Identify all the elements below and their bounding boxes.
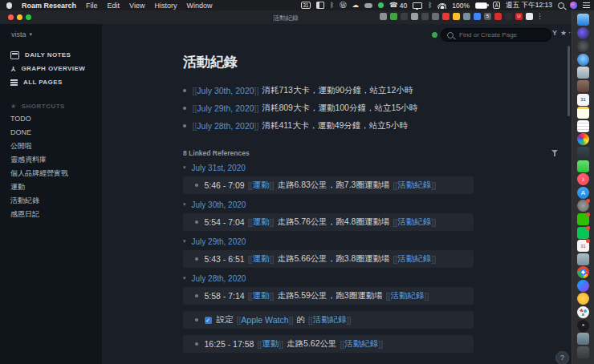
siri-icon[interactable] — [570, 2, 577, 9]
spotlight-icon[interactable] — [558, 2, 564, 9]
date-page-link[interactable]: July 28th, 2020 — [197, 121, 254, 131]
extensions-overflow-icon[interactable]: ⋮ — [536, 13, 543, 20]
widget-pill-icon[interactable] — [364, 3, 372, 8]
reference-block[interactable]: 16:25 - 17:58[[運動]]走路5.62公里[[活動紀錄]] — [183, 335, 474, 353]
date-link[interactable]: July 29th, 2020 — [192, 237, 246, 246]
collapse-triangle-icon[interactable]: ▾ — [183, 164, 186, 171]
calendar-date-icon[interactable]: 31 — [301, 2, 311, 9]
menu-file[interactable]: File — [86, 2, 98, 10]
bluetooth-icon-2[interactable]: ᛒ — [428, 2, 432, 9]
butterfly-app-icon[interactable] — [577, 293, 589, 305]
sidebar-item-graph-overview[interactable]: YGRAPH OVERVIEW — [0, 62, 102, 75]
search-box[interactable] — [441, 28, 551, 42]
star-icon[interactable]: ★ — [560, 30, 567, 37]
green-status-icon[interactable] — [378, 2, 384, 8]
page-link[interactable]: 運動 — [253, 180, 270, 191]
bullet-icon[interactable] — [195, 184, 198, 187]
shortcut-item[interactable]: 靈感資料庫 — [0, 153, 102, 167]
counter-extension-icon[interactable]: 5 — [484, 13, 491, 20]
bullet-icon[interactable] — [195, 294, 198, 297]
sidebar-item-daily-notes[interactable]: DAILY NOTES — [0, 48, 102, 62]
input-source-icon[interactable]: A — [493, 2, 500, 9]
menu-history[interactable]: History — [154, 2, 177, 10]
messages-icon[interactable] — [577, 160, 589, 172]
date-link[interactable]: July 30th, 2020 — [192, 200, 246, 209]
page-link[interactable]: 活動紀錄 — [397, 180, 431, 191]
date-link[interactable]: July 31st, 2020 — [192, 164, 246, 172]
shortcut-item[interactable]: 運動 — [0, 180, 102, 194]
siri-dock-icon[interactable] — [577, 27, 589, 39]
menu-view[interactable]: View — [129, 2, 144, 10]
calendar-app-icon[interactable]: 31 — [577, 94, 589, 106]
reference-block[interactable]: 5:58 - 7:14[[運動]]走路5.59公里，跑3圈運動場[[活動紀錄]] — [183, 287, 474, 305]
page-link[interactable]: 活動紀錄 — [344, 338, 378, 350]
checkbox-checked[interactable]: ✓ — [205, 317, 212, 324]
yellow-extension-icon[interactable] — [453, 13, 460, 20]
date-page-link[interactable]: July 29th, 2020 — [197, 103, 254, 113]
scrollbar[interactable] — [568, 46, 570, 116]
phone-calls-icon[interactable]: ☎40 — [389, 2, 407, 10]
page-link[interactable]: 活動紀錄 — [313, 314, 347, 326]
leaf-extension-icon[interactable] — [390, 13, 397, 20]
wordpress-icon[interactable]: Ⓦ — [340, 2, 347, 9]
calendar-alt-icon[interactable]: 31 — [577, 240, 589, 252]
help-button[interactable]: ? — [555, 351, 569, 364]
reference-block[interactable]: 5:46 - 7:09[[運動]]走路6.83公里，跑7.3圈運動場[[活動紀錄… — [183, 176, 474, 194]
collapse-triangle-icon[interactable]: ▾ — [183, 238, 186, 245]
app-store-icon[interactable]: A — [577, 187, 589, 199]
pencil-extension-icon[interactable] — [421, 13, 429, 20]
page-link[interactable]: 活動紀錄 — [397, 216, 431, 228]
collapse-triangle-icon[interactable]: ▾ — [183, 201, 186, 208]
facetime-icon[interactable] — [577, 147, 589, 159]
bullet-icon[interactable] — [195, 220, 198, 224]
dark-extension-icon[interactable] — [401, 13, 408, 20]
globe-extension-icon[interactable] — [463, 13, 470, 20]
menu-window[interactable]: Window — [186, 2, 212, 10]
system-preferences-icon[interactable] — [577, 200, 589, 212]
messenger-icon[interactable] — [577, 280, 589, 292]
menubar-clock[interactable]: 週五 下午12:13 — [506, 1, 552, 10]
search-input[interactable] — [458, 30, 533, 39]
contacts-icon[interactable] — [577, 80, 589, 92]
blue-shield-extension-icon[interactable] — [474, 13, 481, 20]
bullet-icon[interactable] — [183, 124, 186, 127]
bullet-icon[interactable] — [195, 318, 198, 322]
color-dots-app-icon[interactable] — [577, 306, 589, 318]
shortcut-item[interactable]: 感恩日記 — [0, 208, 102, 221]
battery-icon[interactable] — [475, 2, 487, 9]
bullet-icon[interactable] — [183, 107, 186, 110]
page-link[interactable]: 運動 — [253, 216, 270, 228]
page-link[interactable]: Apple Watch — [241, 315, 288, 325]
shield-extension-icon[interactable] — [380, 13, 387, 20]
textedit-icon[interactable] — [577, 120, 589, 132]
safari-icon[interactable] — [577, 54, 589, 66]
page-link[interactable]: 活動紀錄 — [397, 253, 431, 265]
downloads-thumbnail-icon[interactable] — [577, 333, 589, 345]
reference-block[interactable]: ✓設定[[Apple Watch]]的[[活動紀錄]] — [183, 311, 474, 329]
music-icon[interactable]: ♪ — [577, 173, 589, 185]
page-link[interactable]: 運動 — [253, 253, 270, 265]
filter-references-icon[interactable] — [551, 150, 558, 156]
launchpad-icon[interactable] — [577, 40, 589, 52]
control-center-icon[interactable] — [583, 2, 590, 8]
bullet-icon[interactable] — [183, 89, 186, 92]
chrome-icon[interactable] — [577, 266, 589, 278]
bullet-icon[interactable] — [195, 257, 198, 261]
youtube-extension-icon[interactable] — [442, 13, 450, 20]
preview-icon[interactable] — [577, 67, 589, 79]
sidebar-item-all-pages[interactable]: ALL PAGES — [0, 75, 102, 89]
collapse-triangle-icon[interactable]: ▾ — [183, 275, 186, 281]
photos-icon[interactable] — [577, 133, 589, 145]
page-link[interactable]: 運動 — [262, 338, 279, 350]
line-icon[interactable] — [577, 227, 589, 239]
shortcut-item[interactable]: TODO — [0, 112, 102, 126]
shortcut-item[interactable]: 活動紀錄 — [0, 194, 102, 208]
battery-percentage[interactable]: 100% — [452, 2, 470, 10]
shortcut-item[interactable]: 公開啦 — [0, 140, 102, 153]
app-menu-title[interactable]: Roam Research — [22, 2, 76, 10]
u-extension-icon[interactable]: U — [515, 13, 523, 20]
wifi-icon[interactable] — [437, 2, 446, 9]
notes-icon[interactable] — [577, 107, 589, 119]
hierarchy-icon[interactable]: Y — [552, 30, 557, 37]
shortcut-item[interactable]: DONE — [0, 126, 102, 140]
